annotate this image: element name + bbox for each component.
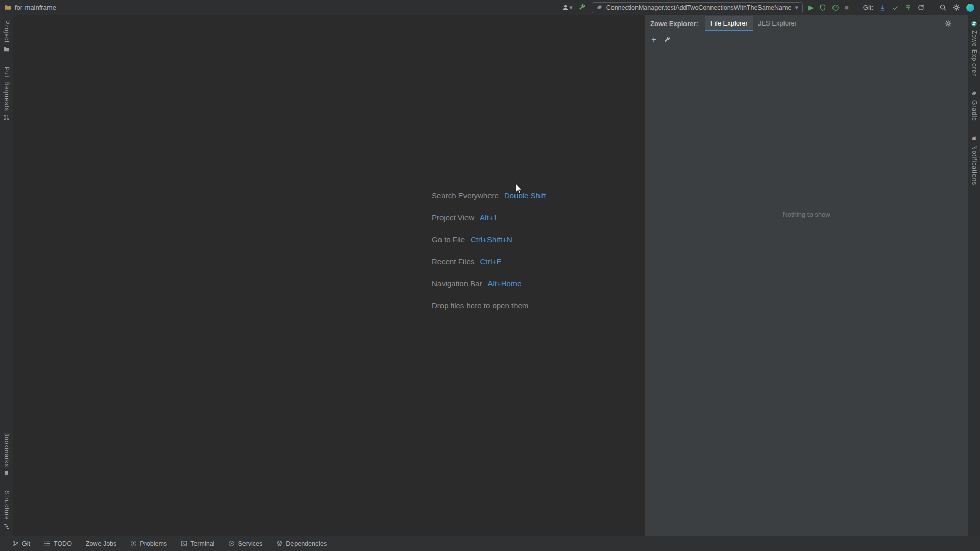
profiler-icon[interactable]	[832, 4, 839, 11]
run-config-name: ConnectionManager.testAddTwoConnectionsW…	[606, 4, 792, 11]
shortcut-keys: Ctrl+E	[480, 257, 501, 266]
status-item-label: Git	[22, 540, 30, 547]
tool-button-zowe-explorer[interactable]: Zowe Explorer	[971, 20, 978, 76]
title-bar-left: for-mainframe	[4, 4, 56, 11]
shortcut-row: Project ViewAlt+1	[432, 207, 546, 229]
git-push-icon[interactable]	[904, 4, 912, 11]
gradle-icon	[971, 90, 977, 97]
status-item-label: Problems	[140, 540, 167, 547]
status-item-label: Terminal	[190, 540, 214, 547]
search-everywhere-icon[interactable]	[939, 4, 947, 11]
shortcut-row: Recent FilesCtrl+E	[432, 251, 546, 272]
tool-button-structure[interactable]: Structure	[3, 491, 10, 530]
tool-button-gradle-label: Gradle	[971, 100, 978, 121]
project-folder-icon	[4, 4, 12, 11]
drop-files-hint: Drop files here to open them	[432, 294, 546, 316]
editor-empty-area[interactable]: Search EverywhereDouble Shift Project Vi…	[13, 15, 645, 536]
stop-button[interactable]: ■	[845, 4, 849, 11]
status-item-services[interactable]: Services	[228, 540, 262, 547]
shortcut-label: Search Everywhere	[432, 191, 499, 200]
run-button[interactable]: ▶	[808, 4, 814, 11]
services-icon	[228, 540, 235, 547]
problems-icon	[130, 540, 137, 547]
zowe-panel-toolbar: +	[645, 32, 968, 47]
tool-button-structure-label: Structure	[3, 491, 10, 520]
status-item-label: Zowe Jobs	[86, 540, 116, 547]
shortcut-keys: Double Shift	[504, 191, 546, 200]
hide-panel-icon[interactable]: —	[957, 20, 964, 27]
dependencies-icon	[276, 540, 283, 547]
shortcut-row: Navigation BarAlt+Home	[432, 272, 546, 294]
tool-button-bookmarks-label: Bookmarks	[3, 432, 10, 467]
status-bar: Git TODO Zowe Jobs Problems Terminal Ser…	[0, 536, 980, 551]
right-tool-stripe: Zowe Explorer Gradle Notifications	[968, 15, 980, 536]
run-config-icon	[596, 4, 603, 11]
title-bar-actions: ▾ ConnectionManager.testAddTwoConnection…	[561, 2, 975, 13]
shortcut-label: Go to File	[432, 235, 465, 244]
empty-state-text: Nothing to show	[645, 47, 968, 218]
user-menu-button[interactable]: ▾	[561, 4, 573, 11]
panel-settings-gear-icon[interactable]	[945, 20, 952, 27]
bookmark-icon	[4, 470, 10, 477]
zowe-panel-title: Zowe Explorer:	[650, 20, 698, 28]
tool-button-notifications[interactable]: Notifications	[971, 136, 978, 185]
history-icon[interactable]	[917, 4, 925, 11]
pull-request-icon	[3, 114, 10, 121]
status-item-dependencies[interactable]: Dependencies	[276, 540, 327, 547]
shortcut-label: Navigation Bar	[432, 279, 482, 288]
zowe-panel-content[interactable]: Nothing to show	[645, 47, 968, 536]
shortcut-keys: Ctrl+Shift+N	[471, 235, 512, 244]
zowe-panel-header: Zowe Explorer: File Explorer JES Explore…	[645, 15, 968, 32]
git-update-icon[interactable]	[879, 4, 886, 11]
tool-button-project[interactable]: Project	[3, 20, 10, 53]
run-configuration-select[interactable]: ConnectionManager.testAddTwoConnectionsW…	[592, 2, 803, 13]
zowe-explorer-panel: Zowe Explorer: File Explorer JES Explore…	[645, 15, 968, 536]
status-item-label: TODO	[54, 540, 72, 547]
left-tool-stripe: Project Pull Requests Bookmarks Struc	[0, 15, 13, 536]
git-branch-icon	[12, 540, 19, 547]
git-commit-icon[interactable]	[892, 4, 899, 11]
title-bar: for-mainframe ▾ ConnectionManager.testAd…	[0, 0, 980, 15]
project-name: for-mainframe	[15, 4, 56, 11]
setup-sdk-wrench-icon[interactable]	[578, 4, 586, 11]
edit-connections-wrench-icon[interactable]	[664, 36, 671, 43]
chevron-down-icon: ▾	[795, 4, 798, 11]
todo-list-icon	[44, 540, 51, 547]
editor-shortcuts-panel: Search EverywhereDouble Shift Project Vi…	[432, 185, 546, 316]
status-item-zowe-jobs[interactable]: Zowe Jobs	[86, 540, 116, 547]
tool-button-pull-requests-label: Pull Requests	[3, 67, 10, 111]
shortcut-row: Go to FileCtrl+Shift+N	[432, 229, 546, 251]
status-item-problems[interactable]: Problems	[130, 540, 167, 547]
left-stripe-bottom: Bookmarks Structure	[3, 432, 10, 530]
status-item-todo[interactable]: TODO	[44, 540, 72, 547]
zowe-explorer-icon	[971, 20, 977, 27]
tab-jes-explorer[interactable]: JES Explorer	[753, 16, 802, 31]
notifications-bell-icon	[971, 136, 977, 142]
run-with-coverage-icon[interactable]	[819, 4, 826, 11]
shortcut-keys: Alt+Home	[487, 279, 521, 288]
user-avatar[interactable]	[966, 3, 975, 12]
status-item-label: Dependencies	[286, 540, 327, 547]
tool-button-project-label: Project	[3, 20, 10, 43]
tab-file-explorer[interactable]: File Explorer	[705, 16, 753, 31]
git-label: Git:	[863, 4, 873, 11]
tool-button-pull-requests[interactable]: Pull Requests	[3, 67, 10, 121]
tool-button-zowe-explorer-label: Zowe Explorer	[971, 30, 978, 76]
tool-button-bookmarks[interactable]: Bookmarks	[3, 432, 10, 477]
status-item-terminal[interactable]: Terminal	[181, 540, 214, 547]
add-connection-button[interactable]: +	[651, 35, 656, 44]
status-item-label: Services	[238, 540, 262, 547]
shortcut-label: Project View	[432, 213, 474, 222]
tool-button-notifications-label: Notifications	[971, 145, 978, 185]
main-area: Project Pull Requests Bookmarks Struc	[0, 15, 980, 536]
settings-gear-icon[interactable]	[952, 4, 960, 11]
tool-button-gradle[interactable]: Gradle	[971, 90, 978, 121]
shortcut-keys: Alt+1	[480, 213, 498, 222]
project-folder-icon	[3, 46, 10, 53]
structure-icon	[4, 523, 10, 530]
left-stripe-top: Project Pull Requests	[3, 20, 10, 121]
shortcut-label: Recent Files	[432, 257, 474, 266]
terminal-icon	[181, 540, 187, 547]
chevron-down-icon: ▾	[569, 4, 573, 11]
status-item-git[interactable]: Git	[12, 540, 30, 547]
